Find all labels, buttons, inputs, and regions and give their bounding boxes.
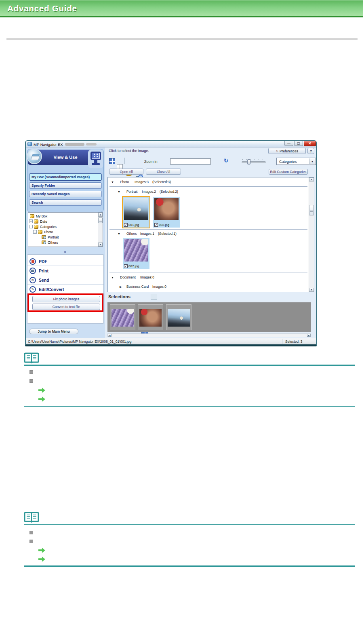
category-search-icon: [42, 235, 46, 239]
scanner-icon[interactable]: [27, 149, 42, 164]
photo-001: [124, 198, 148, 220]
photo-007: [112, 309, 134, 327]
print-icon: [29, 268, 36, 274]
scroll-up-icon[interactable]: ▲: [309, 177, 314, 181]
reference-arrow-icon[interactable]: [38, 397, 45, 402]
task-pdf[interactable]: PDF: [27, 257, 103, 266]
mail-icon: ✉: [29, 277, 36, 283]
tree-item-others[interactable]: Others: [42, 240, 58, 245]
reference-arrow-icon[interactable]: [38, 548, 45, 553]
page-title: Advanced Guide: [0, 4, 77, 13]
note-rule-top: [24, 365, 355, 366]
selections-single-icon[interactable]: [151, 294, 157, 300]
box-icon: [34, 225, 38, 229]
scroll-up-icon[interactable]: ▲: [98, 213, 103, 217]
open-all-button[interactable]: Open All: [109, 169, 143, 175]
edit-custom-categories-button[interactable]: Edit Custom Categories: [269, 169, 308, 175]
documentation-highlight-box: [27, 293, 103, 312]
bullet-icon: [29, 370, 33, 374]
photo-002: [139, 309, 162, 327]
photo-002: [154, 198, 179, 220]
minimize-button[interactable]: —: [284, 141, 293, 146]
bullet-icon: [29, 531, 33, 534]
chevron-down-icon[interactable]: ▼: [309, 158, 315, 164]
thumbnail-checkbox[interactable]: ✓: [124, 223, 128, 227]
box-icon: [34, 219, 38, 224]
nav-specify-folder-button[interactable]: Specify Folder: [29, 182, 102, 189]
selection-hint: Click to select the image.: [109, 149, 149, 153]
photo-001: [168, 309, 190, 327]
preferences-button[interactable]: ↑↓ Preferences: [268, 148, 306, 154]
tree-item-my-box[interactable]: My Box: [30, 213, 47, 219]
toolbar-separator: [124, 158, 125, 164]
group-others[interactable]: ▼: [118, 232, 120, 236]
refresh-icon[interactable]: ↻: [224, 158, 228, 164]
scroll-right-icon[interactable]: ▶: [307, 334, 311, 337]
reference-arrow-icon[interactable]: [38, 388, 45, 393]
pencil-icon: ✎: [29, 286, 36, 293]
nav-search-button[interactable]: Search: [29, 199, 102, 206]
group-portrait[interactable]: ▼: [118, 190, 120, 194]
box-icon: [38, 230, 42, 234]
nav-recently-saved-button[interactable]: Recently Saved Images: [29, 191, 102, 197]
jump-to-main-menu-button[interactable]: Jump to Main Menu: [29, 329, 78, 334]
photo-007: [124, 239, 148, 262]
zoom-in-label: Zoom in: [144, 160, 158, 164]
thumbnail-007[interactable]: ✓ 007.jpg: [123, 238, 149, 269]
group-document[interactable]: ▼: [111, 275, 114, 279]
slider-thumb[interactable]: [247, 159, 250, 165]
tree-scrollbar[interactable]: ▲ ▼: [98, 213, 103, 247]
toolbar-separator: [233, 158, 233, 164]
sort-by-dropdown[interactable]: Categories ▼: [276, 158, 316, 165]
task-send[interactable]: ✉ Send: [27, 276, 103, 285]
tree-item-categories[interactable]: - Categories: [29, 224, 57, 229]
redacted-text: [65, 143, 84, 146]
sort-arrows-icon: ↑↓: [276, 150, 278, 152]
task-edit-convert[interactable]: ✎ Edit/Convert: [27, 285, 103, 294]
selection-item[interactable]: [138, 304, 163, 330]
box-icon: [30, 214, 34, 218]
bullet-icon: [29, 540, 33, 543]
nav-my-box-button[interactable]: My Box (Scanned/Imported Images): [29, 173, 102, 181]
tree-item-photo[interactable]: - Photo: [33, 229, 53, 234]
horizontal-divider: [6, 38, 358, 40]
task-print[interactable]: Print: [27, 266, 103, 275]
thumbnail-002[interactable]: ✓ 002.jpg: [153, 197, 180, 228]
scroll-down-icon[interactable]: ▼: [98, 243, 103, 247]
search-input[interactable]: [170, 158, 211, 165]
selection-item[interactable]: [110, 304, 135, 330]
window-title: MP Navigator EX: [34, 142, 63, 147]
maximize-button[interactable]: ▢: [294, 141, 303, 146]
scroll-left-icon[interactable]: ◀: [108, 334, 112, 337]
list-scrollbar[interactable]: ▲ ▼: [309, 177, 314, 292]
status-bar: C:\Users\UserName\Pictures\MP Navigator …: [26, 338, 316, 344]
note-icon: [24, 352, 39, 364]
image-list: ▼ Photo Images:3 (Selected:3) ▼ Portrait…: [107, 177, 314, 292]
folder-tree: My Box + Date - Categories - Photo: [28, 212, 103, 247]
monitor-icon[interactable]: [88, 150, 103, 168]
expand-icon[interactable]: +: [29, 219, 33, 223]
close-button[interactable]: ✕: [304, 141, 316, 146]
thumbnail-checkbox[interactable]: ✓: [154, 223, 158, 227]
group-business-card[interactable]: ▶: [120, 285, 122, 289]
note-rule-bottom: [24, 565, 355, 567]
thumbnail-size-slider[interactable]: [242, 161, 266, 163]
status-selected-count: Selected: 3: [285, 340, 303, 344]
reference-arrow-icon[interactable]: [38, 557, 45, 562]
tree-item-date[interactable]: + Date: [29, 219, 47, 224]
help-button[interactable]: ?: [307, 148, 314, 154]
thumbnail-checkbox[interactable]: ✓: [124, 264, 128, 268]
thumbnail-view-icon[interactable]: [109, 158, 115, 164]
close-all-button[interactable]: Close All: [146, 169, 181, 175]
manual-page: Advanced Guide MP Navigator EX — ▢ ✕ Vie…: [0, 0, 364, 635]
collapse-tasks-control[interactable]: »: [27, 248, 104, 253]
selection-item[interactable]: [166, 304, 191, 330]
group-photo[interactable]: ▼: [111, 180, 114, 184]
selections-scrollbar[interactable]: ◀ ▶: [107, 333, 311, 337]
selections-label: Selections: [108, 294, 130, 299]
scroll-down-icon[interactable]: ▼: [309, 288, 314, 292]
collapse-icon[interactable]: -: [29, 225, 33, 228]
thumbnail-001[interactable]: ✓ 001.jpg: [123, 197, 149, 228]
collapse-icon[interactable]: -: [33, 230, 37, 234]
tree-item-portrait[interactable]: Portrait: [42, 234, 59, 240]
